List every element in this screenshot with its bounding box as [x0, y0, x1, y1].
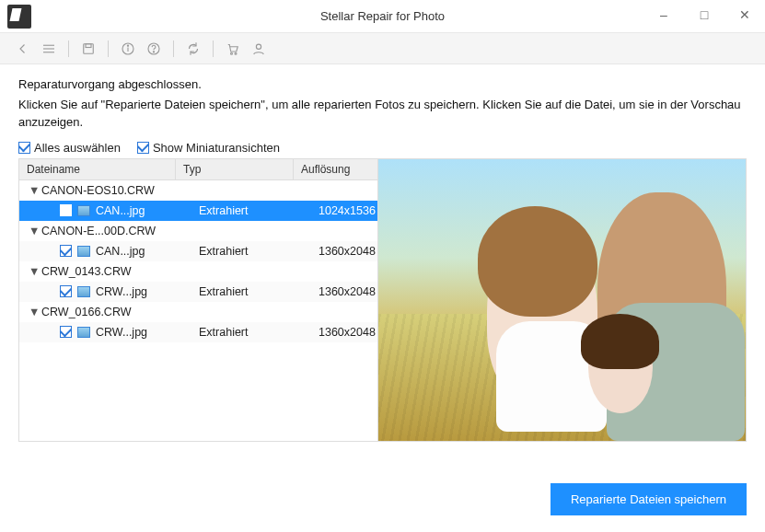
tree-group[interactable]: ▼CANON-EOS10.CRW — [19, 180, 377, 201]
file-type: Extrahiert — [199, 204, 319, 217]
image-file-icon — [77, 246, 90, 257]
preview-image — [378, 159, 746, 441]
svg-point-10 — [231, 52, 233, 54]
group-label: CANON-EOS10.CRW — [41, 184, 155, 197]
group-label: CRW_0143.CRW — [41, 265, 132, 278]
show-thumbnails-checkbox[interactable]: Show Miniaturansichten — [137, 141, 280, 155]
file-resolution: 1360x2048 — [319, 285, 377, 298]
image-file-icon — [77, 205, 90, 216]
select-all-checkbox[interactable]: Alles auswählen — [18, 141, 121, 155]
checkbox-icon — [137, 142, 149, 154]
toolbar-separator — [68, 40, 69, 57]
checkbox-icon[interactable] — [60, 285, 72, 297]
file-name: CAN...jpg — [96, 245, 199, 258]
info-icon[interactable] — [118, 39, 138, 59]
maximize-button[interactable]: □ — [684, 0, 724, 29]
select-all-label: Alles auswählen — [34, 141, 121, 155]
tree-group[interactable]: ▼CRW_0143.CRW — [19, 261, 377, 282]
file-name: CRW...jpg — [96, 285, 199, 298]
tree-group[interactable]: ▼CRW_0166.CRW — [19, 302, 377, 322]
help-icon[interactable] — [144, 39, 164, 59]
checkbox-icon[interactable] — [60, 326, 72, 338]
group-label: CANON-E...00D.CRW — [41, 225, 156, 237]
image-file-icon — [77, 286, 90, 297]
app-logo — [7, 5, 31, 29]
tree-item[interactable]: CAN...jpgExtrahiert1024x1536 — [19, 201, 377, 221]
checkbox-icon — [18, 142, 30, 154]
close-button[interactable]: ✕ — [724, 0, 765, 29]
col-resolution[interactable]: Auflösung — [294, 159, 377, 179]
file-type: Extrahiert — [199, 245, 319, 258]
column-headers: Dateiname Typ Auflösung — [19, 159, 377, 180]
group-label: CRW_0166.CRW — [41, 306, 132, 318]
file-tree[interactable]: Dateiname Typ Auflösung ▼CANON-EOS10.CRW… — [19, 159, 378, 441]
svg-point-7 — [127, 45, 128, 46]
save-icon[interactable] — [78, 39, 99, 59]
svg-point-9 — [153, 51, 154, 52]
file-resolution: 1360x2048 — [319, 245, 377, 258]
back-icon[interactable] — [13, 39, 33, 59]
menu-icon[interactable] — [39, 39, 59, 59]
file-type: Extrahiert — [199, 285, 319, 298]
file-resolution: 1024x1536 — [319, 204, 377, 217]
col-filename[interactable]: Dateiname — [19, 159, 176, 179]
status-description: Klicken Sie auf "Reparierte Dateien spei… — [18, 97, 747, 132]
show-thumbnails-label: Show Miniaturansichten — [153, 141, 280, 155]
toolbar-separator — [108, 40, 109, 57]
toolbar-separator — [173, 40, 174, 57]
save-repaired-button[interactable]: Reparierte Dateien speichern — [551, 483, 747, 515]
checkbox-icon[interactable] — [60, 204, 72, 216]
cart-icon[interactable] — [223, 39, 243, 59]
svg-rect-3 — [84, 43, 94, 53]
toolbar-separator — [213, 40, 214, 57]
window-title: Stellar Repair for Photo — [320, 9, 445, 23]
tree-item[interactable]: CRW...jpgExtrahiert1360x2048 — [19, 322, 377, 342]
chevron-down-icon: ▼ — [29, 184, 40, 197]
minimize-button[interactable]: – — [643, 0, 684, 29]
tree-group[interactable]: ▼CANON-E...00D.CRW — [19, 221, 377, 241]
file-resolution: 1360x2048 — [319, 326, 377, 339]
file-type: Extrahiert — [199, 326, 319, 339]
file-name: CRW...jpg — [96, 326, 199, 339]
checkbox-icon[interactable] — [60, 245, 72, 257]
chevron-down-icon: ▼ — [29, 225, 40, 237]
svg-point-12 — [256, 44, 261, 49]
chevron-down-icon: ▼ — [29, 265, 40, 278]
tree-item[interactable]: CAN...jpgExtrahiert1360x2048 — [19, 241, 377, 261]
status-title: Reparaturvorgang abgeschlossen. — [18, 77, 747, 91]
svg-point-11 — [235, 52, 237, 54]
refresh-icon[interactable] — [183, 39, 203, 59]
chevron-down-icon: ▼ — [29, 306, 40, 318]
file-name: CAN...jpg — [96, 204, 199, 217]
col-type[interactable]: Typ — [176, 159, 294, 179]
user-icon[interactable] — [249, 39, 269, 59]
svg-rect-4 — [86, 43, 91, 47]
image-file-icon — [77, 327, 90, 338]
tree-item[interactable]: CRW...jpgExtrahiert1360x2048 — [19, 282, 377, 302]
